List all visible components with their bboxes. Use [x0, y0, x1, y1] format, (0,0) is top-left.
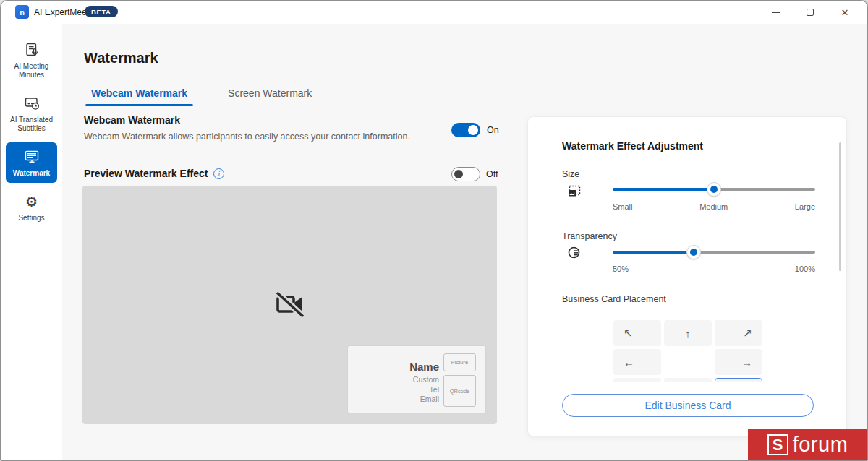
placement-center-cell: [664, 349, 712, 375]
size-tick-small: Small: [613, 202, 633, 211]
toggle-knob: [468, 125, 478, 135]
app-window: n AI ExpertMeet BETA ✕ AI Meeting Minute…: [0, 0, 868, 461]
edit-business-card-button[interactable]: Edit Business Card: [562, 394, 814, 417]
size-slider[interactable]: [613, 181, 815, 197]
window-controls: ✕: [763, 1, 857, 24]
arrow-left-icon: ←: [624, 356, 634, 369]
preview-toggle-state-label: Off: [486, 169, 498, 179]
minimize-icon: [772, 12, 780, 13]
size-slider-thumb[interactable]: [707, 182, 721, 197]
meeting-minutes-icon: [23, 41, 41, 59]
panel-scrollbar[interactable]: [839, 142, 841, 271]
placement-top-button[interactable]: ↑: [664, 320, 712, 346]
info-icon[interactable]: i: [213, 168, 224, 179]
preview-watermark-toggle[interactable]: [451, 167, 480, 181]
tab-bar: Webcam Watermark Screen Watermark: [84, 83, 319, 106]
placement-grid-viewport: ↖ ↑ ↗ ← →: [613, 320, 762, 382]
sforum-wordmark: forum: [793, 433, 848, 457]
sidebar-item-label: Watermark: [13, 169, 50, 178]
watermark-effect-panel: Watermark Effect Adjustment Size Small M…: [527, 116, 847, 436]
sforum-watermark: S forum: [748, 429, 867, 460]
sforum-logo-icon: S: [767, 434, 788, 455]
titlebar: n AI ExpertMeet BETA ✕: [1, 1, 867, 24]
toggle-knob: [454, 170, 463, 178]
sidebar-item-label: AI Meeting Minutes: [7, 62, 56, 79]
webcam-toggle-state-label: On: [487, 125, 499, 135]
placement-bottom-button[interactable]: [664, 378, 712, 382]
business-card-preview: Name Custom Tel Email Picture QRcode: [348, 346, 485, 413]
size-tick-large: Large: [795, 202, 815, 211]
sidebar-item-ai-translated-subtitles[interactable]: AI Translated Subtitles: [6, 89, 57, 138]
placement-right-button[interactable]: →: [715, 349, 762, 375]
close-icon: ✕: [841, 8, 849, 17]
settings-gear-icon: ⚙: [23, 193, 41, 210]
business-card-qrcode-box: QRcode: [443, 375, 476, 407]
business-card-field: Email: [409, 395, 439, 405]
webcam-watermark-description: Webcam Watermark allows participants to …: [84, 132, 410, 142]
transparency-contrast-icon: [567, 246, 581, 259]
size-tick-labels: Small Medium Large: [613, 202, 815, 211]
camera-off-icon: [273, 290, 307, 319]
sidebar-item-label: Settings: [18, 214, 44, 223]
business-card-name: Name: [409, 361, 439, 373]
placement-bottom-right-button[interactable]: [715, 378, 762, 382]
business-card-field: Tel: [409, 385, 439, 395]
business-card-field: Custom: [409, 375, 439, 385]
arrow-up-icon: ↑: [685, 327, 691, 340]
resize-image-icon: [567, 184, 582, 198]
close-button[interactable]: ✕: [833, 1, 857, 24]
business-card-text: Name Custom Tel Email: [409, 361, 439, 405]
arrow-up-right-icon: ↗: [743, 327, 752, 340]
minimize-button[interactable]: [763, 1, 788, 24]
slider-fill: [613, 188, 714, 191]
arrow-right-icon: →: [741, 356, 752, 369]
transparency-slider[interactable]: [613, 244, 815, 260]
sidebar-item-ai-meeting-minutes[interactable]: AI Meeting Minutes: [6, 35, 57, 85]
placement-grid: ↖ ↑ ↗ ← →: [613, 320, 762, 382]
transparency-slider-thumb[interactable]: [686, 245, 701, 259]
placement-top-right-button[interactable]: ↗: [715, 320, 762, 346]
webcam-watermark-toggle[interactable]: [451, 123, 480, 137]
page-title: Watermark: [84, 50, 158, 66]
transparency-tick-max: 100%: [795, 264, 815, 273]
sidebar-item-watermark[interactable]: Watermark: [6, 142, 57, 183]
sidebar-item-label: AI Translated Subtitles: [7, 116, 56, 133]
placement-bottom-left-button[interactable]: [613, 378, 661, 382]
beta-badge: BETA: [85, 6, 118, 17]
maximize-button[interactable]: [798, 1, 822, 24]
translated-subtitles-icon: [23, 95, 41, 112]
webcam-preview-area: Name Custom Tel Email Picture QRcode: [82, 186, 497, 424]
preview-watermark-label: Preview Watermark Effect: [84, 168, 208, 179]
app-title: AI ExpertMeet: [34, 7, 89, 17]
sidebar-item-settings[interactable]: ⚙ Settings: [6, 187, 57, 228]
size-tick-medium: Medium: [699, 202, 728, 211]
tab-webcam-watermark[interactable]: Webcam Watermark: [84, 83, 195, 106]
arrow-up-left-icon: ↖: [624, 327, 633, 340]
placement-top-left-button[interactable]: ↖: [613, 320, 661, 346]
panel-title: Watermark Effect Adjustment: [562, 140, 703, 152]
business-card-picture-box: Picture: [443, 353, 476, 371]
watermark-icon: [23, 148, 41, 165]
business-card-placement-label: Business Card Placement: [562, 294, 666, 304]
app-logo-icon: n: [15, 5, 29, 19]
webcam-watermark-label: Webcam Watermark: [84, 114, 180, 126]
transparency-tick-labels: 50% 100%: [613, 264, 815, 273]
placement-left-button[interactable]: ←: [613, 349, 661, 375]
size-label: Size: [562, 169, 579, 179]
preview-watermark-row: Preview Watermark Effect i: [84, 168, 224, 179]
tab-screen-watermark[interactable]: Screen Watermark: [221, 83, 319, 106]
maximize-icon: [807, 9, 814, 16]
slider-fill: [613, 251, 694, 254]
main-content: Watermark Webcam Watermark Screen Waterm…: [62, 24, 867, 460]
transparency-tick-min: 50%: [613, 264, 629, 273]
transparency-label: Transparency: [562, 231, 617, 241]
sidebar: AI Meeting Minutes AI Translated Subtitl…: [1, 24, 62, 460]
